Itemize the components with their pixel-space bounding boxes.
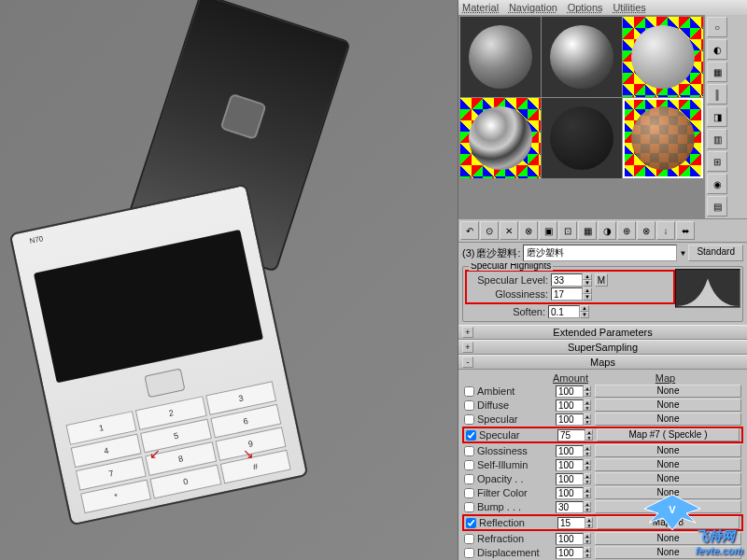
tool-sample-type-icon[interactable]: ○ [707,17,727,37]
map-enable-checkbox[interactable] [464,414,474,425]
assign-to-selection-icon[interactable]: ✕ [500,221,518,240]
get-material-icon[interactable]: ↶ [460,221,479,240]
make-copy-icon[interactable]: ▣ [539,221,557,240]
menu-navigation[interactable]: Navigation [509,2,557,13]
map-enable-checkbox[interactable] [464,386,474,397]
spinner-up[interactable]: ▲ [583,273,592,280]
map-enable-checkbox[interactable] [464,502,474,512]
menu-material[interactable]: Material [462,2,499,13]
material-prefix: 磨沙塑料: [476,246,520,260]
rollout-supersampling[interactable]: +SuperSampling [458,340,747,355]
spinner-down[interactable]: ▼ [584,465,591,470]
menu-options[interactable]: Options [568,2,603,13]
tool-make-preview-icon[interactable]: ▥ [707,129,727,149]
tool-uv-tiling-icon[interactable]: ║ [707,84,727,105]
spinner-down[interactable]: ▼ [583,294,592,301]
material-id-icon[interactable]: ◑ [598,221,616,240]
spinner-down[interactable]: ▼ [584,479,591,484]
map-amount-input[interactable] [556,487,584,499]
spinner-down[interactable]: ▼ [584,451,591,456]
map-enable-checkbox[interactable] [464,548,474,558]
map-enable-checkbox[interactable] [466,430,476,441]
phone-camera [219,93,266,140]
map-amount-input[interactable] [557,429,585,441]
spinner-down[interactable]: ▼ [584,553,591,558]
map-amount-input[interactable] [556,473,584,485]
spinner-down[interactable]: ▼ [585,435,593,441]
spinner-down[interactable]: ▼ [584,539,591,544]
spinner-down[interactable]: ▼ [580,312,589,318]
show-in-viewport-icon[interactable]: ⊕ [617,221,636,240]
go-to-parent-icon[interactable]: ↓ [656,221,675,240]
menu-utilities[interactable]: Utilities [613,2,645,13]
map-slot-button[interactable]: Map #7 ( Speckle ) [597,428,740,441]
material-name-input[interactable] [523,245,678,261]
tool-material-map-nav-icon[interactable]: ▤ [707,196,727,217]
map-channel-label: Ambient [477,385,554,397]
map-enable-checkbox[interactable] [464,400,474,411]
glossiness-input[interactable] [551,287,583,301]
spinner-down[interactable]: ▼ [584,391,591,397]
material-slot[interactable] [542,98,622,178]
map-amount-input[interactable] [557,517,585,529]
map-slot-button[interactable]: None [595,546,741,559]
tool-select-by-material-icon[interactable]: ◉ [707,174,727,194]
map-slot-button[interactable]: None [595,385,741,398]
viewport-3d[interactable]: N70 123 456 789 *0# ↙ ↘ [0,0,458,560]
reset-map-icon[interactable]: ⊗ [519,221,538,240]
go-forward-icon[interactable]: ⬌ [676,221,695,240]
map-amount-input[interactable] [556,459,584,471]
put-to-library-icon[interactable]: ▦ [578,221,597,240]
show-end-result-icon[interactable]: ⊗ [637,221,655,240]
spinner-up[interactable]: ▲ [583,287,592,294]
tool-options-icon[interactable]: ⊞ [707,151,727,172]
specular-map-m-button[interactable]: M [595,273,608,287]
map-amount-input[interactable] [556,445,584,457]
spinner-down[interactable]: ▼ [584,405,591,411]
soften-input[interactable] [548,305,580,318]
map-slot-button[interactable]: None [595,444,741,457]
material-slot[interactable] [460,98,541,178]
map-amount-input[interactable] [556,385,584,398]
tool-video-color-icon[interactable]: ◨ [707,106,727,127]
spinner-down[interactable]: ▼ [584,493,591,498]
rollout-extended-parameters[interactable]: +Extended Parameters [458,325,747,340]
material-slot-selected[interactable] [623,98,703,178]
map-slot-button[interactable]: None [595,458,741,471]
map-amount-input[interactable] [556,413,584,426]
map-enable-checkbox[interactable] [464,474,474,484]
map-slot-button[interactable]: None [595,532,741,545]
spinner-down[interactable]: ▼ [584,419,591,425]
map-enable-checkbox[interactable] [464,460,474,470]
map-enable-checkbox[interactable] [464,488,474,498]
spinner-up[interactable]: ▲ [580,305,589,312]
material-type-button[interactable]: Standard [688,245,743,261]
map-amount-input[interactable] [556,533,584,545]
map-slot-button[interactable]: None [595,472,741,485]
tool-backlight-icon[interactable]: ◐ [707,39,727,60]
material-slot[interactable] [542,17,622,97]
map-slot-button[interactable]: None [595,413,741,426]
put-to-scene-icon[interactable]: ⊙ [480,221,499,240]
rollout-maps[interactable]: -Maps [458,355,747,370]
material-slot[interactable] [623,17,703,97]
material-name-row: (3) 磨沙塑料: ▼ Standard [458,243,747,263]
spinner-down[interactable]: ▼ [584,507,591,512]
make-unique-icon[interactable]: ⊡ [558,221,577,240]
spinner-down[interactable]: ▼ [583,280,592,287]
map-amount-input[interactable] [556,399,584,412]
map-amount-input[interactable] [556,547,584,559]
side-toolbar: ○ ◐ ▦ ║ ◨ ▥ ⊞ ◉ ▤ [705,15,729,218]
map-slot-button[interactable]: None [595,399,741,412]
map-enable-checkbox[interactable] [464,534,474,544]
spinner-down[interactable]: ▼ [585,523,593,528]
map-enable-checkbox[interactable] [466,518,476,528]
map-header: Map [589,372,741,384]
tool-background-icon[interactable]: ▦ [707,62,727,82]
map-amount-input[interactable] [556,501,584,513]
map-channel-label: Reflection [479,517,556,528]
map-enable-checkbox[interactable] [464,446,474,456]
watermark-wings-icon: V [635,485,710,532]
material-slot[interactable] [460,17,541,97]
specular-level-input[interactable] [551,273,583,287]
